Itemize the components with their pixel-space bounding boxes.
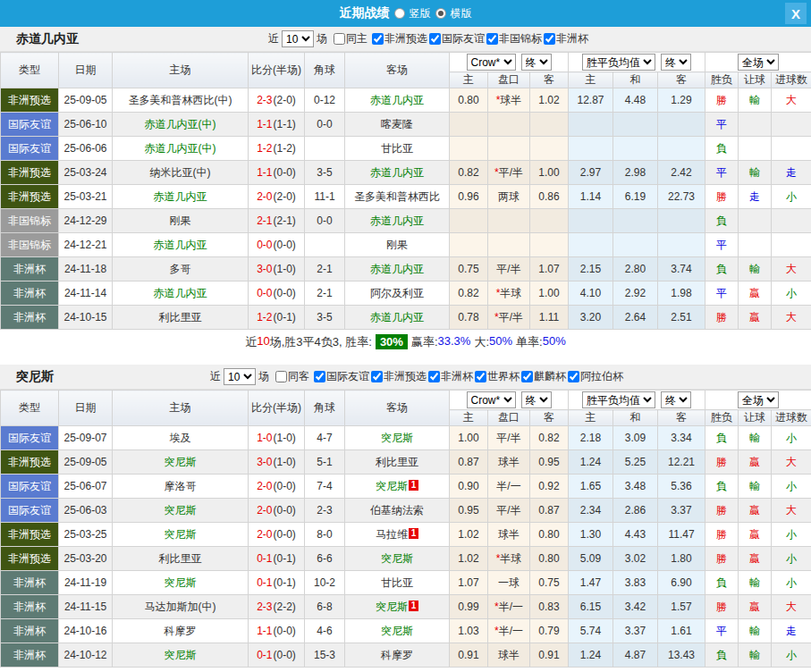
final-avg-select[interactable]: 终 bbox=[661, 391, 691, 408]
goals-result: 大 bbox=[772, 595, 811, 619]
league-checkbox[interactable] bbox=[428, 371, 440, 382]
result: 平 bbox=[705, 281, 739, 306]
handicap-result: 輸 bbox=[739, 426, 772, 450]
vertical-layout-radio[interactable] bbox=[394, 8, 405, 19]
match-type: 非国锦标 bbox=[1, 209, 59, 233]
match-type: 国际友谊 bbox=[1, 113, 59, 137]
result: 勝 bbox=[705, 306, 739, 330]
goals-result: 小 bbox=[772, 523, 811, 547]
title-bar: 近期战绩 竖版 横版 X bbox=[0, 0, 811, 27]
league-checkbox[interactable] bbox=[544, 33, 555, 45]
odds-away: 0.87 bbox=[530, 499, 569, 523]
same-home-checkbox[interactable] bbox=[334, 33, 345, 45]
final-avg-select[interactable]: 终 bbox=[661, 54, 691, 71]
match-row: 非国锦标24-12-21赤道几内亚0-0(0-0)刚果平 bbox=[1, 233, 811, 257]
result: 勝 bbox=[705, 595, 739, 619]
odds-away: 0.75 bbox=[530, 571, 569, 595]
league-filter: 麒麟杯 bbox=[521, 369, 566, 384]
col-corner-header: 角球 bbox=[305, 391, 345, 426]
odds-home bbox=[450, 233, 488, 257]
odds-away: 0.86 bbox=[530, 185, 569, 209]
league-checkbox[interactable] bbox=[486, 33, 498, 45]
home-team: 突尼斯 bbox=[113, 571, 249, 595]
league-label: 非洲杯 bbox=[556, 31, 588, 46]
handicap-result: 輸 bbox=[739, 88, 772, 113]
avg-away bbox=[658, 137, 705, 161]
away-team: 突尼斯1 bbox=[345, 595, 450, 619]
match-date: 24-10-12 bbox=[59, 643, 113, 668]
handicap-result: 走 bbox=[739, 185, 772, 209]
odds-away bbox=[530, 209, 569, 233]
league-checkbox[interactable] bbox=[371, 371, 383, 382]
summary-row: 近10场,胜3平4负3, 胜率: 30% 赢率:33.3% 大:50% 单率:5… bbox=[0, 330, 811, 354]
goals-result bbox=[772, 113, 811, 137]
avg-draw bbox=[613, 113, 658, 137]
avg-home: 2.15 bbox=[569, 257, 613, 281]
avg-home: 5.09 bbox=[569, 547, 613, 571]
league-checkbox[interactable] bbox=[314, 371, 325, 382]
league-filter: 阿拉伯杯 bbox=[568, 369, 623, 384]
match-row: 非洲预选25-03-24纳米比亚(中)1-1(0-0)3-5赤道几内亚0.82*… bbox=[1, 161, 811, 185]
score: 1-1(0-0) bbox=[249, 619, 305, 643]
games-label: 场 bbox=[258, 369, 269, 384]
avg-select[interactable]: 胜平负均值 bbox=[582, 391, 655, 408]
odds-home: 0.91 bbox=[450, 643, 488, 668]
away-team: 突尼斯1 bbox=[345, 475, 450, 499]
final-odds-select[interactable]: 终 bbox=[521, 54, 552, 71]
league-checkbox[interactable] bbox=[372, 33, 384, 45]
avg-home: 2.97 bbox=[569, 161, 613, 185]
avg-draw: 2.86 bbox=[613, 499, 658, 523]
score: 0-1(0-0) bbox=[249, 643, 305, 668]
match-row: 非洲杯24-10-12突尼斯0-1(0-0)15-3科摩罗0.91球半0.911… bbox=[1, 643, 811, 668]
col-home-header: 主场 bbox=[113, 391, 249, 426]
avg-draw: 3.83 bbox=[613, 571, 658, 595]
col-score-header: 比分(半场) bbox=[249, 53, 305, 88]
avg-away: 2.42 bbox=[658, 161, 705, 185]
league-checkbox[interactable] bbox=[475, 371, 486, 382]
avg-draw: 6.19 bbox=[613, 185, 658, 209]
league-checkbox[interactable] bbox=[429, 33, 441, 45]
avg-away: 13.43 bbox=[658, 643, 705, 668]
score: 0-1(0-1) bbox=[249, 571, 305, 595]
odds-handicap: 球半 bbox=[488, 523, 530, 547]
avg-draw: 3.42 bbox=[613, 595, 658, 619]
odds-handicap bbox=[488, 233, 530, 257]
league-checkbox[interactable] bbox=[568, 371, 579, 382]
avg-home: 5.74 bbox=[569, 619, 613, 643]
close-icon[interactable]: X bbox=[785, 3, 807, 24]
final-odds-select[interactable]: 终 bbox=[521, 391, 552, 408]
goals-result: 小 bbox=[772, 281, 811, 306]
stat-label: 单率: bbox=[516, 334, 543, 350]
avg-away: 1.61 bbox=[658, 619, 705, 643]
odds-home bbox=[450, 137, 488, 161]
same-away-checkbox[interactable] bbox=[275, 371, 287, 382]
odds-away: 0.95 bbox=[530, 450, 569, 475]
avg-draw: 5.25 bbox=[613, 450, 658, 475]
recent-count-select[interactable]: 10 bbox=[224, 368, 256, 385]
avg-home bbox=[569, 233, 613, 257]
scope-select[interactable]: 全场 bbox=[738, 54, 779, 71]
league-label: 国际友谊 bbox=[442, 31, 485, 46]
home-team: 突尼斯 bbox=[113, 643, 249, 668]
recent-count-select[interactable]: 10 bbox=[282, 30, 314, 47]
odds-handicap: 一球 bbox=[488, 571, 530, 595]
match-row: 非洲预选25-03-20利比里亚0-1(0-1)6-6突尼斯1.02*半球0.8… bbox=[1, 547, 811, 571]
col-odds-home-header: 主 bbox=[450, 410, 488, 426]
odds-home: 0.82 bbox=[450, 281, 488, 306]
away-team: 赤道几内亚 bbox=[345, 306, 450, 330]
horizontal-layout-radio[interactable] bbox=[435, 8, 446, 19]
match-date: 25-03-20 bbox=[59, 547, 113, 571]
bookmaker-select[interactable]: Crow* bbox=[467, 54, 516, 71]
avg-home: 4.10 bbox=[569, 281, 613, 306]
col-odds-handicap-header: 盘口 bbox=[488, 410, 530, 426]
match-date: 24-11-19 bbox=[59, 571, 113, 595]
match-row: 非国锦标24-12-29刚果2-1(2-1)0-0赤道几内亚負 bbox=[1, 209, 811, 233]
scope-select[interactable]: 全场 bbox=[738, 391, 779, 408]
odds-home: 0.80 bbox=[450, 88, 488, 113]
avg-select[interactable]: 胜平负均值 bbox=[582, 54, 655, 71]
league-checkbox[interactable] bbox=[521, 371, 533, 382]
corner: 3-5 bbox=[305, 161, 345, 185]
bookmaker-select[interactable]: Crow* bbox=[467, 391, 516, 408]
match-date: 24-10-15 bbox=[59, 306, 113, 330]
goals-result: 小 bbox=[772, 547, 811, 571]
